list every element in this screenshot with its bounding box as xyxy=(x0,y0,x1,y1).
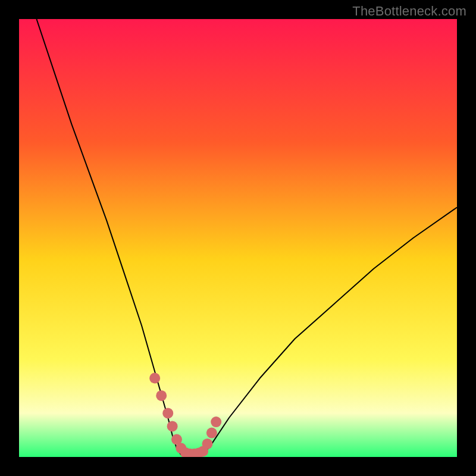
valley-marker xyxy=(211,416,221,427)
plot-area xyxy=(19,19,457,457)
valley-marker xyxy=(162,408,173,418)
watermark-text: TheBottleneck.com xyxy=(352,4,466,19)
valley-marker xyxy=(149,373,160,384)
chart-frame: TheBottleneck.com xyxy=(0,0,476,476)
valley-marker xyxy=(206,428,217,439)
valley-marker xyxy=(167,421,178,431)
bottleneck-curve xyxy=(36,19,457,456)
valley-marker xyxy=(202,439,212,449)
valley-marker xyxy=(156,390,167,401)
curve-layer xyxy=(19,19,457,457)
